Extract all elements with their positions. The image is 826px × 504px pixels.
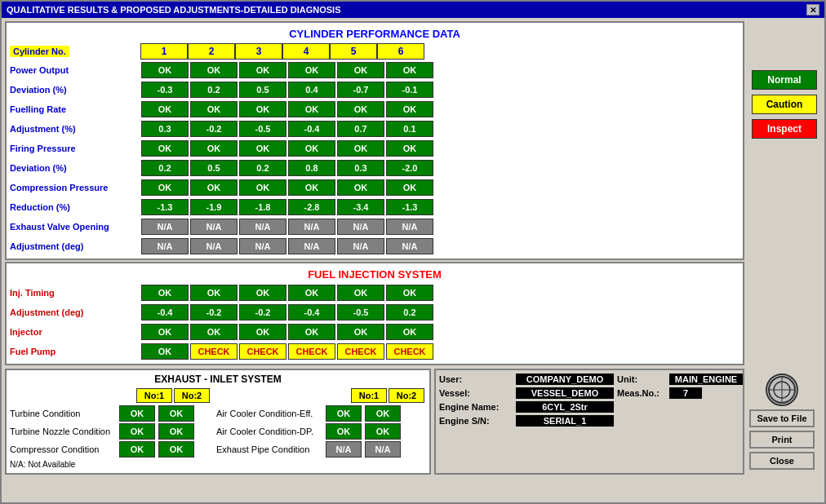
cooler-dp-no2: OK [365,423,401,440]
cell-1: N/A [190,219,238,235]
cooler-eff-no2: OK [365,405,401,422]
cell-5: OK [386,101,433,117]
data-row: Fuel PumpOKCHECKCHECKCHECKCHECKCHECK [10,343,739,360]
row-label: Deviation (%) [10,85,140,95]
cell-5: 0.1 [386,121,433,137]
left-panel: CYLINDER PERFORMANCE DATA Cylinder No. 1… [5,21,744,497]
info-top-row: User: COMPANY_DEMO Unit: MAIN_ENGINE Ves… [439,374,739,470]
cell-4: OK [337,324,384,340]
cell-2: OK [239,62,286,78]
cell-4: OK [337,285,384,301]
cell-4: OK [337,140,384,157]
legend-normal: Normal [752,70,817,90]
cell-0: N/A [141,219,189,235]
data-row: Reduction (%)-1.3-1.9-1.8-2.8-3.4-1.3 [10,198,739,216]
exhaust-row-nozzle: Turbine Nozzle Condition OK OK [10,422,210,440]
cell-1: -1.9 [190,199,238,215]
compressor-label: Compressor Condition [10,444,116,454]
vessel-label: Vessel: [439,388,513,398]
engine-name-label: Engine Name: [439,402,513,412]
na-note: N/A: Not Available [10,460,426,469]
row-label: Deviation (%) [10,163,140,173]
exhaust-row-cooler-dp: Air Cooler Condition-DP. OK OK [216,422,424,440]
data-row: Exhaust Valve OpeningN/AN/AN/AN/AN/AN/A [10,218,739,236]
row-label: Injector [10,327,140,337]
cylinder-section: CYLINDER PERFORMANCE DATA Cylinder No. 1… [5,21,744,260]
cell-3: OK [288,140,335,157]
cell-4: N/A [337,219,384,235]
cell-1: OK [190,324,238,340]
cell-4: -3.4 [337,199,384,215]
cylinder-no-label: Cylinder No. [10,46,140,56]
cell-0: -1.3 [141,199,189,215]
cell-1: N/A [190,238,238,254]
cell-0: OK [141,62,189,78]
turbine-no2: OK [158,405,194,422]
cell-0: OK [141,140,189,157]
row-label: Exhaust Valve Opening [10,222,140,232]
fuel-section-title: FUEL INJECTION SYSTEM [10,268,739,281]
info-panel: User: COMPANY_DEMO Unit: MAIN_ENGINE Ves… [434,369,744,475]
cell-2: OK [239,140,286,157]
cell-3: 0.8 [288,160,335,176]
cell-2: OK [239,285,286,301]
cooler-eff-label: Air Cooler Condition-Eff. [216,409,322,418]
right-legend: Normal Caution Inspect [748,70,821,497]
fuel-section: FUEL INJECTION SYSTEM Inj. TimingOKOKOKO… [5,262,744,365]
cylinder-section-title: CYLINDER PERFORMANCE DATA [10,28,739,40]
info-left: User: COMPANY_DEMO Unit: MAIN_ENGINE Ves… [439,374,743,470]
cell-0: OK [141,343,189,360]
cell-0: OK [141,101,189,117]
user-row: User: COMPANY_DEMO Unit: MAIN_ENGINE [439,374,743,385]
data-row: Deviation (%)0.20.50.20.80.3-2.0 [10,159,739,177]
cell-3: -2.8 [288,199,335,215]
cell-2: -0.2 [239,304,286,321]
exhaust-row-compressor: Compressor Condition OK OK [10,440,210,458]
legend-caution: Caution [752,95,817,114]
cell-2: CHECK [239,343,286,360]
cell-0: -0.3 [141,82,189,98]
cell-5: 0.2 [386,304,433,321]
turbine-label: Turbine Condition [10,409,116,418]
meas-label: Meas.No.: [617,388,666,398]
cell-4: -0.7 [337,82,384,98]
cell-2: N/A [239,219,286,235]
cell-1: CHECK [190,343,238,360]
cyl-1-header: 1 [140,43,188,60]
pipe-no2: N/A [365,441,401,458]
title-bar: QUALITATIVE RESULTS & PROPOSED ADJUSTMEN… [2,2,824,18]
meas-value: 7 [669,387,702,399]
pipe-label: Exhaust Pipe Condition [216,444,322,454]
row-label: Power Output [10,65,140,75]
data-row: Fuelling RateOKOKOKOKOKOK [10,100,739,118]
cell-3: -0.4 [288,121,335,137]
cell-4: CHECK [337,343,384,360]
cell-2: N/A [239,238,286,254]
cylinder-data-grid: Power OutputOKOKOKOKOKOKDeviation (%)-0.… [10,61,739,255]
compressor-no2: OK [158,441,194,458]
cell-5: -2.0 [386,160,433,176]
cell-2: 0.5 [239,82,286,98]
data-row: Compression PressureOKOKOKOKOKOK [10,179,739,197]
data-row: Adjustment (deg)N/AN/AN/AN/AN/AN/A [10,237,739,255]
close-button[interactable]: ✕ [806,4,819,15]
cell-1: OK [190,140,238,157]
row-label: Firing Pressure [10,144,140,153]
vessel-row: Vessel: VESSEL_DEMO Meas.No.: 7 [439,387,743,399]
cyl-3-header: 3 [235,43,282,60]
cell-2: 0.2 [239,160,286,176]
cell-3: N/A [288,238,335,254]
unit-label: Unit: [617,374,666,384]
legend-inspect: Inspect [752,119,817,139]
exhaust-right: No:1 No:2 Air Cooler Condition-Eff. OK O… [216,388,424,458]
data-row: Adjustment (deg)-0.4-0.2-0.2-0.4-0.50.2 [10,303,739,321]
cyl-4-header: 4 [282,43,330,60]
nozzle-label: Turbine Nozzle Condition [10,427,116,436]
cell-5: N/A [386,219,433,235]
cell-1: OK [190,285,238,301]
main-area: CYLINDER PERFORMANCE DATA Cylinder No. 1… [5,21,821,497]
cell-1: OK [190,179,238,196]
data-row: Power OutputOKOKOKOKOKOK [10,61,739,79]
exhaust-row-pipe: Exhaust Pipe Condition N/A N/A [216,440,424,458]
row-label: Compression Pressure [10,183,140,192]
